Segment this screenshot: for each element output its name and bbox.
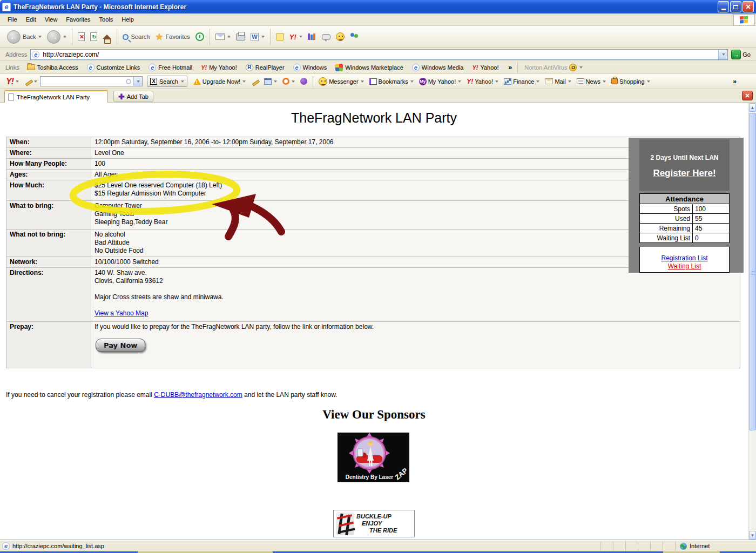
link-label: Toshiba Access — [37, 64, 78, 71]
registration-list-link[interactable]: Registration List — [661, 254, 707, 262]
link-yahoo[interactable]: Y!Yahoo! — [468, 64, 503, 71]
link-free-hotmail[interactable]: eFree Hotmail — [144, 64, 197, 71]
buckleup-line: THE RIDE — [356, 527, 414, 534]
norton-antivirus-control[interactable]: Norton AntiVirus Ω — [517, 63, 583, 72]
link-label: RealPlayer — [255, 64, 285, 71]
yt-label: Bookmarks — [379, 78, 408, 85]
yahoo-search-button[interactable]: X Search — [147, 76, 187, 87]
address-input[interactable] — [42, 50, 718, 59]
pay-now-button[interactable]: Pay Now — [96, 339, 145, 352]
sponsor-dentistry-banner[interactable]: Dentistry By Laser ZAP — [338, 433, 409, 482]
history-button[interactable] — [193, 28, 207, 46]
news-icon — [577, 78, 584, 84]
page-title: TheFragNetwork LAN Party — [0, 110, 748, 126]
shopping-bag-icon — [611, 78, 618, 84]
notes-button[interactable] — [273, 28, 287, 46]
link-my-yahoo[interactable]: Y!My Yahoo! — [197, 64, 241, 71]
yt-yahoo-button[interactable]: Y!Yahoo! — [464, 78, 501, 85]
tab-thefragnetwork[interactable]: TheFragNetwork LAN Party — [4, 90, 108, 103]
messenger-smiley-icon — [319, 77, 327, 86]
refresh-button[interactable]: ↻ — [87, 28, 100, 46]
scroll-up-button[interactable]: ▲ — [749, 103, 756, 112]
mail-button[interactable] — [213, 28, 233, 46]
marketplace-icon — [335, 64, 343, 71]
back-button[interactable]: ← Back — [4, 28, 44, 46]
sponsor-buckleup-banner[interactable]: BUCKLE-UP ENJOY THE RIDE — [333, 510, 415, 537]
link-windows-media[interactable]: eWindows Media — [408, 64, 468, 71]
yahoo-toolbar-overflow[interactable]: » — [727, 78, 742, 85]
status-pane — [625, 542, 638, 551]
print-button[interactable] — [233, 28, 248, 46]
search-magnifier-icon — [126, 79, 131, 84]
favorites-button[interactable]: ★ Favorites — [152, 28, 193, 46]
yt-shopping-button[interactable]: Shopping — [609, 78, 653, 85]
menu-tools[interactable]: Tools — [95, 14, 118, 25]
links-label: Links — [2, 64, 23, 71]
compose-button[interactable] — [248, 78, 261, 85]
menu-edit[interactable]: Edit — [22, 14, 40, 25]
discuss-button[interactable] — [319, 28, 333, 46]
antispy-target-button[interactable] — [280, 78, 298, 85]
ie-window-icon: e — [2, 3, 11, 11]
msn-messenger-button[interactable] — [347, 28, 361, 46]
status-pane — [638, 542, 650, 551]
yahoo-services-button[interactable]: Y! — [287, 28, 305, 46]
link-windows-marketplace[interactable]: Windows Marketplace — [331, 64, 408, 71]
link-toshiba-access[interactable]: Toshiba Access — [23, 64, 83, 71]
cancel-email-link[interactable]: C-DUBB@thefragnetwork.com — [154, 391, 242, 399]
yahoo-pencil-button[interactable] — [22, 78, 40, 85]
add-tab-button[interactable]: ✚ Add Tab — [113, 91, 153, 102]
yahoo-map-link[interactable]: View a Yahoo Map — [94, 309, 148, 317]
refresh-icon: ↻ — [90, 32, 97, 41]
close-button[interactable]: ✕ — [742, 1, 754, 12]
go-button[interactable]: → Go — [728, 50, 754, 59]
links-overflow-button[interactable]: » — [503, 64, 518, 71]
register-here-link[interactable]: Register Here! — [653, 168, 716, 179]
yahoo-search-input[interactable] — [40, 77, 126, 85]
scroll-down-button[interactable]: ▼ — [749, 531, 756, 539]
chevron-down-icon — [274, 80, 277, 83]
close-tab-bar-button[interactable]: ✕ — [742, 91, 753, 100]
menu-view[interactable]: View — [40, 14, 62, 25]
link-label: Customize Links — [97, 64, 140, 71]
menu-favorites[interactable]: Favorites — [62, 14, 94, 25]
yahoo-search-box[interactable] — [40, 76, 143, 86]
address-dropdown-button[interactable] — [718, 50, 727, 59]
yahoo-messenger-button[interactable] — [333, 28, 347, 46]
toolbar-separator — [210, 29, 210, 45]
address-field[interactable]: e — [30, 49, 728, 60]
stop-button[interactable]: ✕ — [75, 28, 87, 46]
minimize-button[interactable] — [718, 1, 729, 12]
back-label: Back — [23, 33, 36, 40]
edit-with-word-button[interactable]: W — [248, 28, 267, 46]
games-button[interactable] — [298, 78, 310, 85]
status-bar: e http://craziepc.com/waiting_list.asp I… — [0, 540, 756, 551]
forward-button[interactable]: → — [44, 28, 69, 46]
scrollbar-thumb[interactable] — [749, 113, 756, 430]
research-button[interactable] — [305, 28, 319, 46]
restore-button[interactable] — [730, 1, 741, 12]
yt-finance-button[interactable]: Finance — [501, 78, 542, 85]
menu-file[interactable]: File — [3, 14, 22, 25]
yt-my-yahoo-button[interactable]: MyMy Yahoo! — [416, 78, 464, 85]
yahoo-logo-icon: Y! — [6, 77, 14, 86]
yt-news-button[interactable]: News — [574, 78, 609, 85]
yt-mail-button[interactable]: Mail — [542, 78, 573, 85]
search-button[interactable]: Search — [120, 28, 152, 46]
yahoo-search-dropdown[interactable] — [133, 77, 142, 86]
vertical-scrollbar[interactable]: ▲ ▼ — [748, 103, 756, 540]
home-button[interactable] — [100, 28, 114, 46]
link-label: Windows — [303, 64, 327, 71]
yt-bookmarks-button[interactable]: Bookmarks — [367, 78, 416, 85]
search-x-icon: X — [150, 78, 157, 85]
popup-blocker-button[interactable] — [261, 78, 280, 85]
upgrade-now-button[interactable]: Upgrade Now! — [191, 78, 248, 85]
link-windows[interactable]: eWindows — [289, 64, 332, 71]
yahoo-home-button[interactable]: Y! — [3, 77, 22, 86]
link-customize-links[interactable]: eCustomize Links — [83, 64, 145, 71]
sponsor-dentistry-caption: Dentistry By Laser — [338, 474, 401, 480]
link-realplayer[interactable]: RRealPlayer — [241, 64, 289, 71]
waiting-list-link[interactable]: Waiting List — [668, 262, 701, 270]
yt-messenger-button[interactable]: Messenger — [316, 77, 366, 86]
menu-help[interactable]: Help — [117, 14, 138, 25]
